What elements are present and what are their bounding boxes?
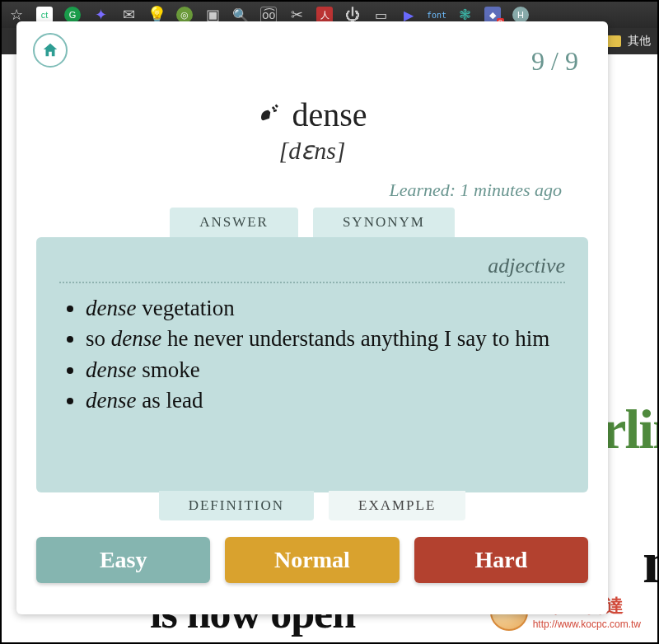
bg-word-fragment-2: n: [643, 529, 659, 597]
speaker-icon[interactable]: [257, 103, 282, 128]
word-text: dense: [292, 96, 367, 134]
ext-clip-icon[interactable]: ✂: [288, 7, 305, 23]
part-of-speech: adjective: [59, 254, 565, 278]
example-list: dense vegetationso dense he never unders…: [59, 293, 565, 416]
card-counter: 9 / 9: [531, 46, 578, 77]
learned-time: Learned: 1 minutes ago: [33, 180, 562, 201]
ext-feather-icon[interactable]: ✦: [92, 7, 109, 23]
keyword: dense: [86, 296, 136, 320]
list-item: dense smoke: [86, 355, 565, 385]
ext-gear-icon[interactable]: ❃: [456, 7, 473, 23]
ext-green-icon[interactable]: ◎: [176, 7, 193, 23]
pronunciation: [dɛns]: [33, 136, 591, 165]
hard-button[interactable]: Hard: [414, 537, 588, 583]
home-icon: [41, 41, 59, 59]
ext-bulb-icon[interactable]: 💡: [148, 7, 165, 23]
ext-chat-icon[interactable]: ✉: [120, 7, 137, 23]
watermark-url: http://www.kocpc.com.tw: [533, 618, 641, 630]
ext-oo-icon[interactable]: o͡o: [260, 7, 277, 23]
tab-example[interactable]: EXAMPLE: [329, 491, 465, 520]
home-button[interactable]: [33, 33, 68, 68]
ext-pdf-icon[interactable]: 人: [316, 7, 333, 23]
ext-h-icon[interactable]: H: [512, 7, 529, 23]
keyword: dense: [111, 326, 161, 351]
content-panel: adjective dense vegetationso dense he ne…: [36, 237, 588, 492]
ext-power-icon[interactable]: ⏻: [344, 7, 361, 23]
ext-badge-icon[interactable]: ◆9: [484, 7, 501, 23]
tab-synonym[interactable]: SYNONYM: [313, 208, 455, 237]
bg-word-fragment-1: rlin: [601, 397, 659, 462]
ext-grammarly-icon[interactable]: G: [64, 7, 81, 23]
ext-box-icon[interactable]: ▭: [372, 7, 389, 23]
rating-buttons: Easy Normal Hard: [33, 537, 591, 583]
tabs-top: ANSWER SYNONYM: [33, 208, 591, 237]
tab-definition[interactable]: DEFINITION: [159, 491, 314, 520]
tabs-bottom: DEFINITION EXAMPLE: [33, 491, 591, 520]
bookmark-other[interactable]: 其他: [628, 34, 651, 49]
ext-magnify-icon[interactable]: 🔍: [232, 7, 249, 23]
list-item: dense as lead: [86, 385, 565, 416]
ext-ct-icon[interactable]: ct: [36, 7, 53, 23]
keyword: dense: [86, 357, 136, 382]
ext-play-icon[interactable]: ▶: [400, 7, 417, 23]
star-icon[interactable]: ☆: [8, 7, 25, 23]
ext-image-icon[interactable]: ▣: [204, 7, 221, 23]
easy-button[interactable]: Easy: [36, 537, 210, 583]
list-item: so dense he never understands anything I…: [86, 324, 565, 354]
keyword: dense: [86, 388, 136, 413]
ext-font-icon[interactable]: font: [428, 7, 445, 23]
tab-answer[interactable]: ANSWER: [170, 208, 298, 237]
list-item: dense vegetation: [86, 293, 565, 324]
divider: [59, 282, 565, 283]
normal-button[interactable]: Normal: [225, 537, 399, 583]
flashcard: 9 / 9 dense [dɛns] Learned: 1 minutes ag…: [16, 21, 608, 614]
folder-icon[interactable]: [606, 35, 621, 47]
